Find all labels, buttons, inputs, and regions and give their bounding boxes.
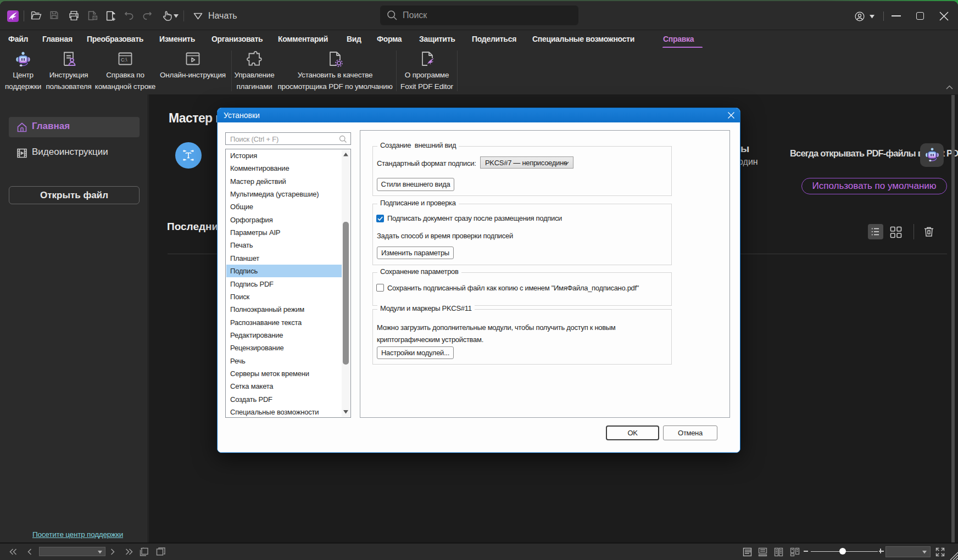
svg-text:C:\: C:\ bbox=[121, 57, 127, 63]
